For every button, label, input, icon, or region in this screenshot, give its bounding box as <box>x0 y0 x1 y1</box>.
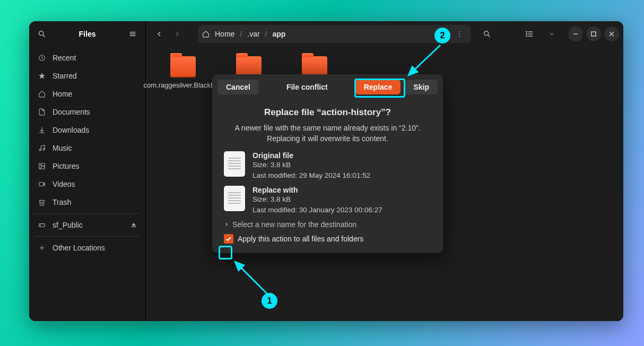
sidebar-item-starred[interactable]: Starred <box>29 67 145 85</box>
sidebar-item-label: Trash <box>53 198 71 206</box>
eject-icon[interactable] <box>130 222 137 228</box>
apply-all-row[interactable]: Apply this action to all files and folde… <box>224 234 431 244</box>
dialog-body: Replace file “action-history”? A newer f… <box>212 100 443 253</box>
file-manager-window: Files Recent Starred Home Documents <box>29 21 623 321</box>
svg-point-11 <box>40 165 41 166</box>
apply-all-label: Apply this action to all files and folde… <box>238 235 363 243</box>
sidebar-header: Files <box>29 21 145 47</box>
home-icon <box>38 90 46 98</box>
replace-file-row: Replace with Size: 3.8 kB Last modified:… <box>224 186 431 215</box>
sidebar-item-label: Downloads <box>53 126 89 134</box>
star-icon <box>38 72 46 80</box>
dialog-question: Replace file “action-history”? <box>226 107 429 118</box>
sidebar-item-label: Videos <box>53 180 75 188</box>
dialog-sub-line: Replacing it will overwrite its content. <box>267 134 388 143</box>
back-button[interactable] <box>150 25 168 43</box>
select-new-label: Select a new name for the destination <box>232 220 356 229</box>
select-new-name[interactable]: Select a new name for the destination <box>224 220 431 229</box>
sidebar-item-trash[interactable]: Trash <box>29 193 145 211</box>
drive-icon <box>38 221 46 229</box>
apply-all-checkbox[interactable] <box>224 234 233 244</box>
sidebar-item-label: Documents <box>53 108 90 116</box>
path-sep: / <box>240 30 242 38</box>
file-meta: Original file Size: 3.8 kB Last modified… <box>253 151 370 180</box>
svg-point-26 <box>526 33 527 34</box>
dialog-header: Cancel File conflict Replace Skip <box>212 74 443 100</box>
sidebar-item-music[interactable]: Music <box>29 139 145 157</box>
video-icon <box>38 180 46 188</box>
dialog-title: File conflict <box>286 83 328 91</box>
original-file-row: Original file Size: 3.8 kB Last modified… <box>224 151 431 180</box>
svg-point-20 <box>484 31 489 36</box>
path-segment-current[interactable]: app <box>272 30 285 38</box>
close-button[interactable] <box>604 27 619 41</box>
chevron-right-icon <box>224 222 229 227</box>
svg-marker-6 <box>39 73 45 79</box>
search-toolbar-icon[interactable] <box>478 25 496 43</box>
music-icon <box>38 144 46 152</box>
sidebar-item-label: Other Locations <box>53 244 105 252</box>
file-icon <box>224 186 245 211</box>
dialog-subtext: A newer file with the same name already … <box>224 123 431 144</box>
maximize-button[interactable] <box>586 27 601 41</box>
svg-marker-16 <box>132 223 136 226</box>
annotation-badge-2: 2 <box>434 28 450 44</box>
list-view-icon[interactable] <box>520 25 538 43</box>
app-title: Files <box>49 30 125 38</box>
forward-button[interactable] <box>168 25 186 43</box>
kebab-icon[interactable]: ⋮ <box>452 30 466 38</box>
sidebar-item-home[interactable]: Home <box>29 85 145 103</box>
search-icon[interactable] <box>34 27 49 41</box>
file-size: Size: 3.8 kB <box>253 194 382 205</box>
svg-line-1 <box>43 35 45 37</box>
sidebar-item-pictures[interactable]: Pictures <box>29 157 145 175</box>
path-sep: / <box>265 30 267 38</box>
path-segment[interactable]: .var <box>247 30 259 38</box>
skip-button[interactable]: Skip <box>405 80 438 94</box>
document-icon <box>38 108 46 116</box>
file-icon <box>224 151 245 177</box>
sidebar-item-label: sf_Public <box>53 221 83 229</box>
plus-icon <box>38 244 46 252</box>
chevron-down-icon[interactable] <box>543 25 561 43</box>
svg-rect-12 <box>39 183 43 186</box>
minimize-button[interactable] <box>568 27 583 41</box>
divider <box>34 236 140 237</box>
sidebar-item-label: Starred <box>53 72 77 80</box>
sidebar-list: Recent Starred Home Documents Downloads … <box>29 47 145 259</box>
sidebar: Files Recent Starred Home Documents <box>29 21 146 321</box>
sidebar-item-downloads[interactable]: Downloads <box>29 121 145 139</box>
trash-icon <box>38 198 46 206</box>
svg-point-15 <box>40 225 41 226</box>
window-controls <box>568 27 619 41</box>
cancel-button[interactable]: Cancel <box>217 80 259 94</box>
file-modified: Last modified: 30 January 2023 00:06:27 <box>253 205 382 215</box>
sidebar-item-other-locations[interactable]: Other Locations <box>29 239 145 257</box>
file-meta: Replace with Size: 3.8 kB Last modified:… <box>253 186 382 215</box>
sidebar-item-volume[interactable]: sf_Public <box>29 216 145 234</box>
path-segment[interactable]: Home <box>215 30 234 38</box>
file-meta-title: Replace with <box>253 186 382 194</box>
sidebar-item-label: Pictures <box>53 162 80 170</box>
file-meta-title: Original file <box>253 151 370 160</box>
hamburger-icon[interactable] <box>125 27 140 41</box>
sidebar-item-documents[interactable]: Documents <box>29 103 145 121</box>
folder-item[interactable]: com.raggesilver.BlackBox <box>156 56 210 90</box>
path-bar[interactable]: Home / .var / app ⋮ <box>198 25 471 43</box>
sidebar-item-videos[interactable]: Videos <box>29 175 145 193</box>
divider <box>34 213 140 214</box>
replace-button[interactable]: Replace <box>355 80 401 94</box>
dialog-sub-line: A newer file with the same name already … <box>234 124 420 132</box>
file-modified: Last modified: 29 May 2024 16:01:52 <box>253 170 370 181</box>
home-icon <box>202 30 210 38</box>
toolbar: Home / .var / app ⋮ <box>146 21 623 47</box>
clock-icon <box>38 54 46 62</box>
sidebar-item-recent[interactable]: Recent <box>29 49 145 67</box>
annotation-badge-1: 1 <box>262 293 277 309</box>
file-size: Size: 3.8 kB <box>253 160 370 170</box>
download-icon <box>38 126 46 134</box>
folder-label: com.raggesilver.BlackBox <box>144 81 223 90</box>
picture-icon <box>38 162 46 170</box>
svg-rect-17 <box>132 227 136 228</box>
sidebar-item-label: Home <box>53 90 72 98</box>
